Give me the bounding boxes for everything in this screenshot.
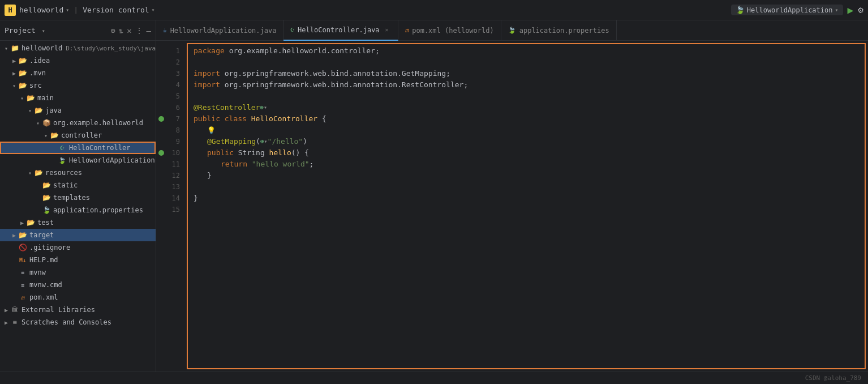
tree-item-HelloController[interactable]: ☪ HelloController bbox=[0, 142, 156, 154]
code-editor[interactable]: 1 2 3 4 5 6 7 8 9 10 11 12 13 14 bbox=[156, 41, 868, 372]
collapse-icon[interactable]: ⇅ bbox=[119, 26, 123, 35]
folder-open-icon: 📂 bbox=[18, 81, 27, 90]
code-line-4: import org.springframework.web.bind.anno… bbox=[194, 79, 868, 91]
tree-item-templates[interactable]: 📂 templates bbox=[0, 191, 156, 204]
tree-label-org: org.example.helloworld bbox=[53, 119, 143, 127]
appprops-icon: 🍃 bbox=[508, 27, 516, 34]
tree-item-static[interactable]: 📂 static bbox=[0, 179, 156, 191]
folder-icon: 📂 bbox=[42, 193, 51, 202]
tree-label-resources: resources bbox=[45, 169, 82, 177]
folder-icon: 📂 bbox=[18, 69, 27, 78]
tree-item-mvnw[interactable]: ≡ mvnw bbox=[0, 266, 156, 279]
code-line-2 bbox=[194, 57, 868, 68]
arrow-icon: ▾ bbox=[10, 82, 18, 89]
tree-item-target[interactable]: ▶ 📂 target bbox=[0, 229, 156, 241]
gutter bbox=[156, 41, 166, 372]
arrow-icon bbox=[10, 293, 18, 301]
tab-close-HelloController[interactable]: ✕ bbox=[383, 26, 391, 34]
plus-icon[interactable]: ⊕ bbox=[110, 26, 115, 35]
tab-appprops[interactable]: 🍃 application.properties bbox=[501, 20, 617, 41]
tree-item-gitignore[interactable]: 🚫 .gitignore bbox=[0, 241, 156, 254]
tab-HelloController[interactable]: ☪ HelloController.java ✕ bbox=[283, 20, 398, 41]
folder-icon: 📂 bbox=[18, 56, 27, 65]
arrow-icon: ▶ bbox=[2, 306, 10, 314]
code-content[interactable]: package org.example.helloworld.controlle… bbox=[189, 41, 868, 372]
version-control-menu[interactable]: Version control ▾ bbox=[83, 6, 154, 14]
run-button[interactable]: ▶ bbox=[848, 4, 854, 16]
line-num-3: 3 bbox=[166, 68, 184, 79]
tree-item-src[interactable]: ▾ 📂 src bbox=[0, 79, 156, 92]
tree-item-java[interactable]: ▾ 📂 java bbox=[0, 104, 156, 117]
tree-item-org[interactable]: ▾ 📦 org.example.helloworld bbox=[0, 117, 156, 129]
sidebar-chevron-icon: ▾ bbox=[42, 28, 45, 34]
tree-label-scratches: Scratches and Consoles bbox=[22, 318, 111, 326]
tree-item-resources[interactable]: ▾ 📂 resources bbox=[0, 167, 156, 179]
tab-label-appprops: application.properties bbox=[519, 27, 609, 35]
separator: | bbox=[74, 6, 78, 14]
arrow-icon: ▾ bbox=[2, 44, 10, 52]
tree-item-scratches[interactable]: ▶ ≡ Scratches and Consoles bbox=[0, 316, 156, 328]
arrow-icon bbox=[10, 244, 18, 251]
tree-item-idea[interactable]: ▶ 📂 .idea bbox=[0, 54, 156, 67]
arrow-icon: ▾ bbox=[42, 131, 50, 139]
more-icon[interactable]: ⋮ bbox=[135, 26, 143, 35]
tab-pom[interactable]: m pom.xml (helloworld) bbox=[398, 20, 501, 41]
arrow-icon: ▶ bbox=[2, 318, 10, 326]
vc-chevron-icon: ▾ bbox=[152, 7, 155, 13]
tab-HelloworldApplication[interactable]: ☕ HelloworldApplication.java bbox=[156, 20, 283, 41]
arrow-icon bbox=[34, 206, 42, 214]
spring-java2-icon: 🍃 bbox=[58, 156, 67, 165]
project-menu[interactable]: helloworld ▾ bbox=[19, 6, 69, 14]
arrow-icon: ▶ bbox=[18, 219, 26, 227]
md-icon: M↓ bbox=[18, 255, 27, 264]
tree-label-mvnwcmd: mvnw.cmd bbox=[29, 281, 62, 289]
tree-label-mvn: .mvn bbox=[29, 69, 46, 77]
tab-label-HelloworldApplication: HelloworldApplication.java bbox=[170, 27, 277, 35]
tree-item-mvn[interactable]: ▶ 📂 .mvn bbox=[0, 67, 156, 79]
line-num-1: 1 bbox=[166, 45, 184, 57]
tree-item-HelloworldApplication[interactable]: 🍃 HelloworldApplication bbox=[0, 154, 156, 167]
run-config-selector[interactable]: 🍃 HelloworldApplication ▾ bbox=[731, 5, 843, 15]
tree-item-pomxml[interactable]: m pom.xml bbox=[0, 291, 156, 304]
sidebar-toolbar: ⊕ ⇅ ✕ ⋮ — bbox=[110, 26, 151, 35]
tab-label-HelloController: HelloController.java bbox=[298, 26, 380, 34]
code-line-6: @RestController⊕▾ bbox=[194, 102, 868, 113]
tree-label-test: test bbox=[37, 219, 54, 227]
package-icon: 📦 bbox=[42, 118, 51, 127]
line-num-2: 2 bbox=[166, 57, 184, 68]
breakpoint-icon-2 bbox=[158, 150, 164, 156]
tree-item-external-libraries[interactable]: ▶ 🏛 External Libraries bbox=[0, 304, 156, 316]
code-line-14: } bbox=[194, 193, 868, 204]
code-line-10: public String hello() { bbox=[194, 147, 868, 159]
settings-button[interactable]: ⚙ bbox=[858, 5, 863, 15]
tree-item-test[interactable]: ▶ 📂 test bbox=[0, 216, 156, 229]
tree-item-helloworld[interactable]: ▾ 📁 helloworld D:\study\work_study\java\… bbox=[0, 42, 156, 54]
tree-item-application-properties[interactable]: 🍃 application.properties bbox=[0, 204, 156, 216]
settings-sidebar-icon[interactable]: ✕ bbox=[127, 26, 131, 35]
tree-item-controller[interactable]: ▾ 📂 controller bbox=[0, 129, 156, 142]
tab-label-pom: pom.xml (helloworld) bbox=[412, 27, 494, 35]
code-line-8: 💡 bbox=[194, 125, 868, 136]
gutter-line-10-breakpoint[interactable] bbox=[158, 147, 164, 159]
code-line-13 bbox=[194, 181, 868, 193]
tree-label-idea: .idea bbox=[29, 57, 50, 65]
run-config-label: HelloworldApplication bbox=[747, 6, 833, 14]
line-num-5: 5 bbox=[166, 91, 184, 102]
tree-label-target: target bbox=[29, 231, 54, 239]
project-chevron-icon: ▾ bbox=[66, 7, 69, 13]
java-folder-icon: 📂 bbox=[34, 106, 43, 115]
status-right: CSDN @aloha_789 bbox=[805, 374, 861, 382]
code-line-5 bbox=[194, 91, 868, 102]
sidebar-title: Project ▾ bbox=[5, 26, 110, 35]
line-numbers: 1 2 3 4 5 6 7 8 9 10 11 12 13 14 bbox=[166, 41, 189, 372]
code-editor-inner[interactable]: 1 2 3 4 5 6 7 8 9 10 11 12 13 14 bbox=[156, 41, 868, 372]
vc-label: Version control bbox=[83, 6, 149, 14]
gutter-line-7-breakpoint[interactable] bbox=[158, 113, 164, 125]
project-label: helloworld bbox=[19, 6, 63, 14]
tree-item-mvnwcmd[interactable]: ≡ mvnw.cmd bbox=[0, 279, 156, 291]
tree-item-main[interactable]: ▾ 📂 main bbox=[0, 92, 156, 104]
tree-item-helpmd[interactable]: M↓ HELP.md bbox=[0, 254, 156, 266]
arrow-icon bbox=[10, 268, 18, 276]
minimize-icon[interactable]: — bbox=[147, 26, 151, 35]
tree-label-src: src bbox=[29, 82, 42, 89]
